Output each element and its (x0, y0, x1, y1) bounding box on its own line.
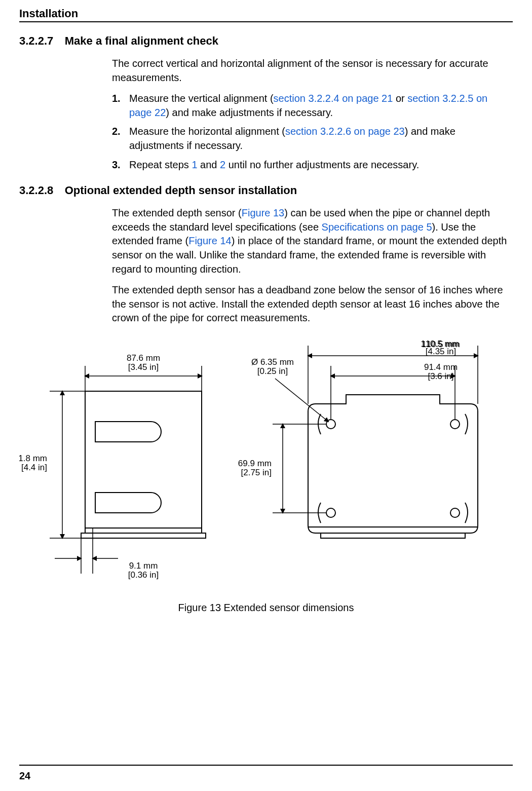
section2-para2: The extended depth sensor has a deadband… (112, 283, 513, 325)
text: The extended depth sensor ( (112, 207, 242, 218)
header-title: Installation (19, 7, 78, 20)
xref-link[interactable]: 2 (220, 159, 225, 170)
section-title: Optional extended depth sensor installat… (65, 184, 297, 197)
section-heading-2: 3.2.2.8 Optional extended depth sensor i… (19, 184, 513, 197)
svg-rect-1 (81, 533, 206, 538)
xref-link[interactable]: Figure 13 (242, 207, 285, 218)
dim-width-top-in: [3.45 in] (128, 362, 159, 372)
text: Measure the horizontal alignment ( (129, 126, 285, 137)
section2-body: The extended depth sensor (Figure 13) ca… (112, 206, 513, 325)
svg-point-16 (450, 420, 460, 429)
step-num: 1. (112, 92, 121, 106)
dim-hole-v-in: [2.75 in] (241, 468, 272, 477)
content: 3.2.2.7 Make a final alignment check The… (19, 34, 513, 614)
dim-hole-v-mm: 69.9 mm (238, 459, 272, 468)
svg-rect-13 (321, 533, 465, 538)
text: Measure the vertical alignment ( (129, 93, 274, 104)
text: or (393, 93, 407, 104)
xref-link[interactable]: Figure 14 (188, 235, 232, 246)
header-rule (19, 21, 513, 22)
figure-caption: Figure 13 Extended sensor dimensions (19, 602, 513, 614)
xref-link[interactable]: section 3.2.2.4 on page 21 (274, 93, 393, 104)
dim-height-mm: 111.8 mm (19, 454, 47, 463)
running-header: Installation (19, 7, 513, 20)
text: ) and make adjustments if necessary. (166, 107, 333, 118)
page-number: 24 (19, 770, 30, 782)
section2-para1: The extended depth sensor (Figure 13) ca… (112, 206, 513, 276)
xref-link[interactable]: Specifications on page 5 (322, 221, 432, 233)
section1-intro: The correct vertical and horizontal alig… (112, 57, 513, 85)
step-2: 2. Measure the horizontal alignment (sec… (112, 125, 513, 153)
section-heading-1: 3.2.2.7 Make a final alignment check (19, 34, 513, 48)
figure-svg: 87.6 mm [3.45 in] 111.8 mm [4.4 in] (19, 341, 513, 589)
t-hh-mm: 91.4 mm (424, 362, 458, 372)
t-ow-in: [4.35 in] (426, 347, 457, 356)
steps-list: 1. Measure the vertical alignment (secti… (112, 92, 513, 172)
step-3: 3. Repeat steps 1 and 2 until no further… (112, 158, 513, 172)
svg-rect-0 (85, 391, 202, 533)
svg-line-25 (275, 379, 328, 422)
xref-link[interactable]: section 3.2.2.6 on page 23 (285, 126, 405, 137)
dim-bottom-in: [0.36 in] (128, 570, 159, 580)
page: Installation 3.2.2.7 Make a final alignm… (0, 0, 532, 791)
dim-height-in: [4.4 in] (21, 463, 47, 472)
figure-13: 87.6 mm [3.45 in] 111.8 mm [4.4 in] (19, 341, 513, 614)
xref-link[interactable]: 1 (192, 159, 197, 170)
step-num: 2. (112, 125, 121, 139)
t-hh-in: [3.6 in] (428, 371, 453, 381)
dim-hole-dia-in: [0.25 in] (257, 366, 288, 376)
text: Repeat steps (129, 159, 192, 170)
section-number: 3.2.2.8 (19, 184, 53, 197)
text: until no further adjustments are necessa… (225, 159, 419, 170)
dim-hole-dia-mm: Ø 6.35 mm (251, 357, 294, 367)
step-num: 3. (112, 158, 121, 172)
step-1: 1. Measure the vertical alignment (secti… (112, 92, 513, 120)
section-number: 3.2.2.7 (19, 34, 53, 48)
section1-body: The correct vertical and horizontal alig… (112, 57, 513, 172)
dim-bottom-mm: 9.1 mm (129, 561, 158, 571)
svg-point-18 (450, 508, 460, 517)
dim-width-top-mm: 87.6 mm (127, 353, 160, 363)
footer-rule (19, 765, 513, 766)
text: and (198, 159, 220, 170)
section-title: Make a final alignment check (65, 34, 218, 48)
svg-point-17 (326, 508, 335, 517)
